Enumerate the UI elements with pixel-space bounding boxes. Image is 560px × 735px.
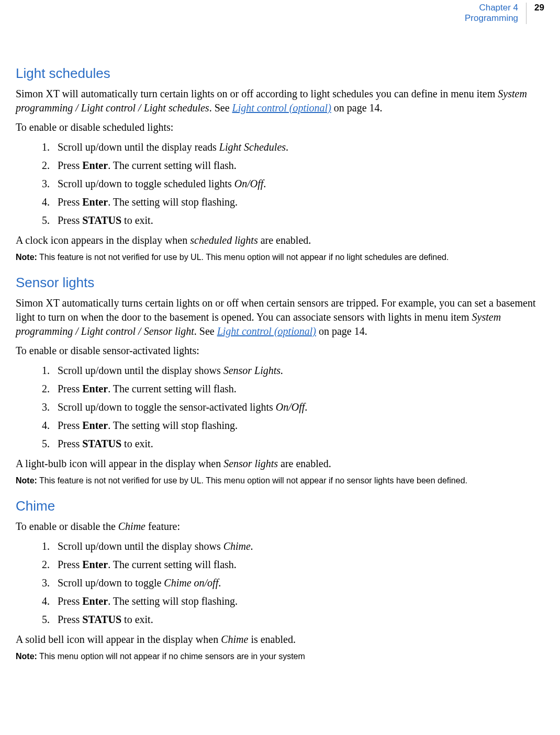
- key-name: Enter: [82, 595, 108, 607]
- text: .: [263, 178, 266, 189]
- sec2-steps: Scroll up/down until the display shows S…: [16, 363, 544, 451]
- heading-sensor-lights: Sensor lights: [16, 275, 544, 291]
- note-label: Note:: [16, 652, 37, 661]
- toggle-value: Chime on/off: [164, 577, 218, 589]
- text: . The current setting will flash.: [108, 383, 237, 394]
- feature-name: Chime: [118, 521, 145, 532]
- text: on page 14.: [331, 102, 383, 114]
- xref-light-control[interactable]: Light control (optional): [232, 102, 331, 114]
- chapter-line-2: Programming: [465, 13, 518, 24]
- key-name: STATUS: [82, 614, 121, 625]
- text: Scroll up/down to toggle: [58, 577, 164, 589]
- sec2-para-1: Simon XT automatically turns certain lig…: [16, 296, 544, 338]
- text: Press: [58, 160, 82, 171]
- text: . See: [209, 102, 232, 114]
- text: A light-bulb icon will appear in the dis…: [16, 458, 223, 469]
- step-item: Scroll up/down until the display reads L…: [52, 140, 544, 155]
- text: is enabled.: [248, 634, 296, 645]
- feature-name: scheduled lights: [190, 234, 257, 246]
- text: .: [218, 577, 221, 589]
- sec2-note: Note: This feature is not not verified f…: [16, 476, 544, 485]
- display-text: Light Schedules: [219, 141, 286, 153]
- step-item: Scroll up/down to toggle Chime on/off.: [52, 575, 544, 591]
- toggle-value: On/Off: [234, 178, 264, 189]
- sec3-para-1: To enable or disable the Chime feature:: [16, 519, 544, 534]
- page-number: 29: [527, 3, 544, 13]
- text: A solid bell icon will appear in the dis…: [16, 634, 221, 645]
- step-item: Press STATUS to exit.: [52, 436, 544, 451]
- key-name: STATUS: [82, 438, 121, 449]
- step-item: Press STATUS to exit.: [52, 213, 544, 228]
- text: . The setting will stop flashing.: [108, 420, 238, 431]
- display-text: Chime.: [223, 540, 253, 552]
- feature-name: Sensor lights: [223, 458, 278, 469]
- sec3-para-3: A solid bell icon will appear in the dis…: [16, 632, 544, 647]
- sec3-steps: Scroll up/down until the display shows C…: [16, 539, 544, 627]
- heading-light-schedules: Light schedules: [16, 65, 544, 82]
- text: To enable or disable the: [16, 521, 118, 532]
- step-item: Scroll up/down until the display shows S…: [52, 363, 544, 378]
- text: Press: [58, 559, 82, 570]
- text: to exit.: [121, 438, 153, 449]
- text: Press: [58, 196, 82, 208]
- step-item: Scroll up/down to toggle the sensor-acti…: [52, 400, 544, 415]
- text: Simon XT automatically turns certain lig…: [16, 297, 535, 323]
- text: to exit.: [121, 214, 153, 226]
- key-name: Enter: [82, 420, 108, 431]
- sec1-para-3: A clock icon appears in the display when…: [16, 233, 544, 247]
- step-item: Press Enter. The current setting will fl…: [52, 381, 544, 397]
- step-item: Press Enter. The current setting will fl…: [52, 557, 544, 572]
- display-text: Sensor Lights.: [223, 365, 283, 376]
- key-name: Enter: [82, 383, 108, 394]
- text: Scroll up/down until the display reads: [58, 141, 219, 153]
- text: . The setting will stop flashing.: [108, 196, 238, 208]
- text: Scroll up/down until the display shows: [58, 540, 223, 552]
- page-content: Light schedules Simon XT will automatica…: [16, 65, 544, 661]
- sec1-note: Note: This feature is not not verified f…: [16, 253, 544, 262]
- page-header: Chapter 4 Programming 29: [16, 3, 544, 34]
- text: Simon XT will automatically turn certain…: [16, 88, 498, 99]
- text: on page 14.: [316, 325, 367, 337]
- key-name: Enter: [82, 196, 108, 208]
- text: Scroll up/down to toggle the sensor-acti…: [58, 401, 276, 413]
- text: feature:: [145, 521, 180, 532]
- text: . The setting will stop flashing.: [108, 595, 238, 607]
- text: Scroll up/down to toggle scheduled light…: [58, 178, 234, 189]
- text: are enabled.: [278, 458, 331, 469]
- text: to exit.: [121, 614, 153, 625]
- step-item: Press Enter. The current setting will fl…: [52, 158, 544, 173]
- step-item: Scroll up/down until the display shows C…: [52, 539, 544, 554]
- text: Press: [58, 438, 82, 449]
- sec1-para-1: Simon XT will automatically turn certain…: [16, 87, 544, 115]
- chapter-line-1: Chapter 4: [465, 3, 518, 13]
- text: Press: [58, 595, 82, 607]
- page-container: Chapter 4 Programming 29 Light schedules…: [0, 0, 560, 735]
- sec1-steps: Scroll up/down until the display reads L…: [16, 140, 544, 228]
- step-item: Scroll up/down to toggle scheduled light…: [52, 176, 544, 191]
- text: Scroll up/down until the display shows: [58, 365, 223, 376]
- text: .: [286, 141, 288, 153]
- text: Press: [58, 383, 82, 394]
- note-label: Note:: [16, 476, 37, 485]
- text: .: [305, 401, 307, 413]
- heading-chime: Chime: [16, 498, 544, 514]
- key-name: STATUS: [82, 214, 121, 226]
- text: . The current setting will flash.: [108, 160, 237, 171]
- text: are enabled.: [258, 234, 311, 246]
- key-name: Enter: [82, 559, 108, 570]
- key-name: Enter: [82, 160, 108, 171]
- text: A clock icon appears in the display when: [16, 234, 190, 246]
- text: . See: [194, 325, 217, 337]
- note-label: Note:: [16, 253, 37, 262]
- step-item: Press Enter. The setting will stop flash…: [52, 594, 544, 609]
- sec2-para-2: To enable or disable sensor-activated li…: [16, 344, 544, 358]
- note-text: This feature is not not verified for use…: [37, 476, 467, 485]
- xref-light-control[interactable]: Light control (optional): [217, 325, 316, 337]
- toggle-value: On/Off: [276, 401, 305, 413]
- sec2-para-3: A light-bulb icon will appear in the dis…: [16, 457, 544, 471]
- step-item: Press Enter. The setting will stop flash…: [52, 195, 544, 210]
- step-item: Press STATUS to exit.: [52, 612, 544, 627]
- feature-name: Chime: [221, 634, 248, 645]
- text: Press: [58, 214, 82, 226]
- text: . The current setting will flash.: [108, 559, 237, 570]
